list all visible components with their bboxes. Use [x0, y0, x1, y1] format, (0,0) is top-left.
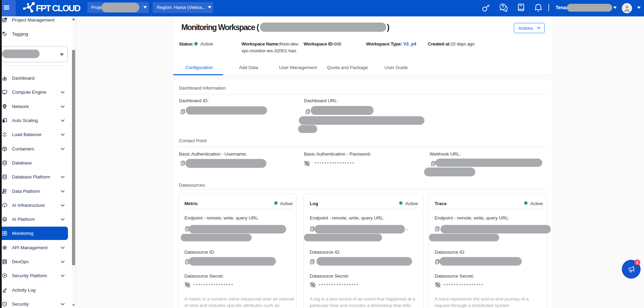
svg-text:AI: AI [4, 218, 6, 220]
